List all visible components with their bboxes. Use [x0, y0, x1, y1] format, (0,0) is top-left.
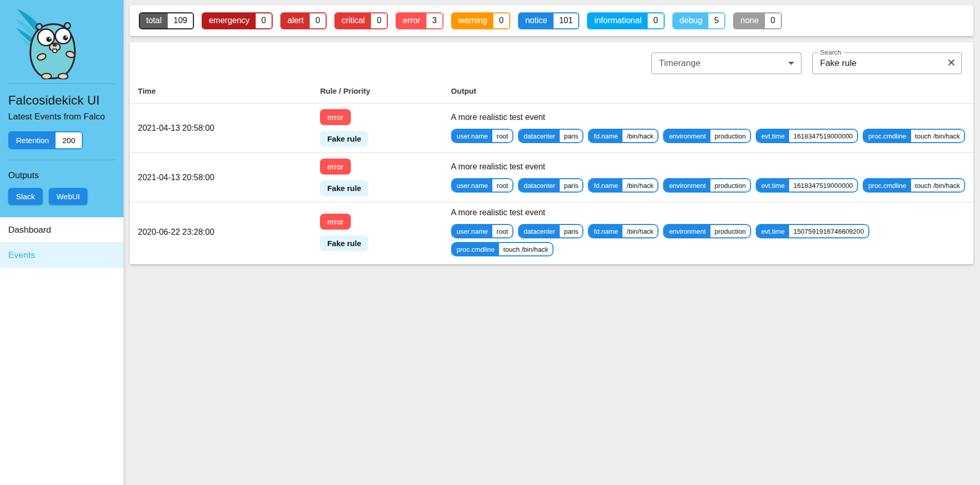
event-field-chip-value: touch /bin/hack	[911, 130, 964, 142]
sidebar-divider	[8, 160, 115, 160]
search-field-label: Search	[817, 48, 844, 56]
event-field-chip-key: evt.time	[757, 130, 790, 142]
event-field-chip-key: evt.time	[757, 225, 790, 237]
priority-badge-count: 109	[168, 13, 193, 28]
priority-badge-label: alert	[281, 13, 310, 28]
app-title: Falcosidekick UI	[8, 93, 115, 108]
priority-badge-count: 0	[310, 13, 326, 28]
events-table-header: Time Rule / Priority Output	[130, 82, 973, 103]
event-output-cell: A more realistic test event user.name ro…	[443, 103, 973, 153]
sidebar-nav-item-label: Events	[8, 250, 35, 261]
event-field-chip: evt.time 1507591916746609200	[756, 224, 869, 238]
event-field-chip-key: fd.name	[589, 130, 622, 142]
event-field-chip-value: paris	[560, 179, 582, 192]
event-field-chip-value: root	[492, 225, 512, 237]
outputs-heading: Outputs	[8, 170, 115, 181]
event-rule-priority-cell: error Fake rule	[312, 103, 442, 153]
priority-chip: error	[320, 214, 351, 230]
priority-summary-toolbar: total 109 emergency 0 alert 0 critical 0…	[130, 5, 973, 36]
event-field-chip: user.name root	[451, 224, 513, 238]
event-field-chip: environment production	[663, 129, 751, 143]
column-header-output: Output	[443, 82, 973, 103]
event-field-chip-line: proc.cmdline touch /bin/hack	[451, 242, 965, 256]
event-field-chip-value: production	[710, 225, 750, 237]
event-field-chip-key: datacenter	[519, 130, 560, 142]
priority-badge-label: notice	[519, 13, 554, 28]
search-input[interactable]	[820, 58, 942, 68]
search-field: Search ✕	[812, 53, 962, 74]
priority-badge-label: error	[397, 13, 426, 28]
priority-filter-badge[interactable]: debug 5	[672, 12, 725, 29]
priority-filter-badge[interactable]: alert 0	[280, 12, 327, 29]
priority-filter-badge[interactable]: critical 0	[334, 12, 388, 29]
event-field-chip: user.name root	[451, 129, 513, 143]
priority-chip: error	[320, 159, 351, 175]
priority-badge-count: 101	[554, 13, 579, 28]
event-row: 2021-04-13 20:58:00 error Fake rule A mo…	[130, 153, 973, 202]
priority-filter-badge[interactable]: total 109	[139, 12, 194, 29]
output-button-webui[interactable]: WebUI	[49, 188, 88, 205]
event-field-chip: datacenter paris	[518, 129, 584, 143]
event-field-chip-value: production	[710, 179, 750, 192]
event-row: 2021-04-13 20:58:00 error Fake rule A mo…	[130, 103, 973, 153]
chevron-down-icon[interactable]	[788, 62, 794, 65]
priority-badge-label: debug	[673, 13, 709, 28]
sidebar-nav-item-label: Dashboard	[8, 225, 51, 235]
event-field-chip-key: fd.name	[589, 179, 622, 192]
event-field-chip: proc.cmdline touch /bin/hack	[451, 242, 554, 256]
event-field-chip-key: environment	[664, 179, 710, 192]
retention-badge: Retention 200	[8, 131, 83, 149]
priority-filter-badge[interactable]: emergency 0	[202, 12, 273, 29]
event-field-chip-value: root	[492, 130, 512, 142]
event-field-chip-value: 1507591916746609200	[789, 225, 868, 237]
event-rule-priority-cell: error Fake rule	[312, 202, 442, 263]
event-field-chip-value: touch /bin/hack	[499, 243, 552, 255]
retention-label: Retention	[9, 132, 56, 148]
event-field-chip-line: user.name root datacenter paris fd.name …	[451, 129, 965, 143]
timerange-select[interactable]: Timerange	[651, 53, 801, 74]
sidebar-item-dashboard[interactable]: Dashboard	[0, 217, 123, 242]
priority-filter-badge[interactable]: notice 101	[518, 12, 579, 29]
event-field-chip: evt.time 1618347519000000	[756, 178, 858, 193]
priority-badge-label: total	[140, 13, 168, 28]
event-output-text: A more realistic test event	[451, 113, 965, 122]
event-field-chip: datacenter paris	[518, 178, 584, 193]
event-rule-priority-cell: error Fake rule	[312, 153, 442, 202]
events-table: Time Rule / Priority Output 2021-04-13 2…	[130, 82, 973, 262]
priority-filter-badge[interactable]: informational 0	[587, 12, 665, 29]
event-field-chip: fd.name /bin/hack	[588, 224, 658, 238]
event-field-chips: user.name root datacenter paris fd.name …	[451, 178, 965, 193]
event-field-chip-key: user.name	[452, 179, 493, 192]
clear-search-icon[interactable]: ✕	[947, 57, 956, 68]
sidebar: Falcosidekick UI Latest Events from Falc…	[0, 0, 123, 485]
event-field-chips: user.name root datacenter paris fd.name …	[451, 129, 965, 143]
event-field-chip-value: /bin/hack	[622, 130, 657, 142]
priority-badge-label: emergency	[203, 13, 256, 28]
event-output-text: A more realistic test event	[451, 162, 965, 171]
priority-filter-badge[interactable]: none 0	[733, 12, 782, 29]
event-field-chip: fd.name /bin/hack	[588, 178, 658, 193]
priority-badge-count: 0	[648, 13, 664, 28]
timerange-label: Timerange	[659, 58, 701, 68]
event-field-chip-value: root	[492, 179, 512, 192]
event-field-chip-key: user.name	[452, 130, 493, 142]
priority-badge-label: warning	[452, 13, 493, 28]
priority-badges: total 109 emergency 0 alert 0 critical 0…	[139, 12, 782, 29]
event-field-chip-value: /bin/hack	[622, 225, 657, 237]
event-field-chip-key: environment	[664, 130, 710, 142]
event-time: 2021-04-13 20:58:00	[130, 103, 312, 153]
retention-value: 200	[56, 132, 82, 148]
event-field-chip-value: touch /bin/hack	[911, 179, 964, 192]
rule-chip: Fake rule	[320, 131, 368, 147]
sidebar-nav: Dashboard Events	[0, 217, 123, 268]
filter-row: Timerange Search ✕	[130, 42, 973, 80]
sidebar-hero: Falcosidekick UI Latest Events from Falc…	[0, 0, 123, 217]
priority-filter-badge[interactable]: warning 0	[451, 12, 510, 29]
sidebar-item-events[interactable]: Events	[0, 242, 123, 268]
app-subtitle: Latest Events from Falco	[8, 112, 115, 122]
priority-badge-count: 0	[371, 13, 387, 28]
output-button-slack[interactable]: Slack	[8, 188, 43, 205]
priority-filter-badge[interactable]: error 3	[396, 12, 443, 29]
rule-chip: Fake rule	[320, 235, 368, 251]
event-field-chips: user.name root datacenter paris fd.name …	[451, 224, 965, 256]
